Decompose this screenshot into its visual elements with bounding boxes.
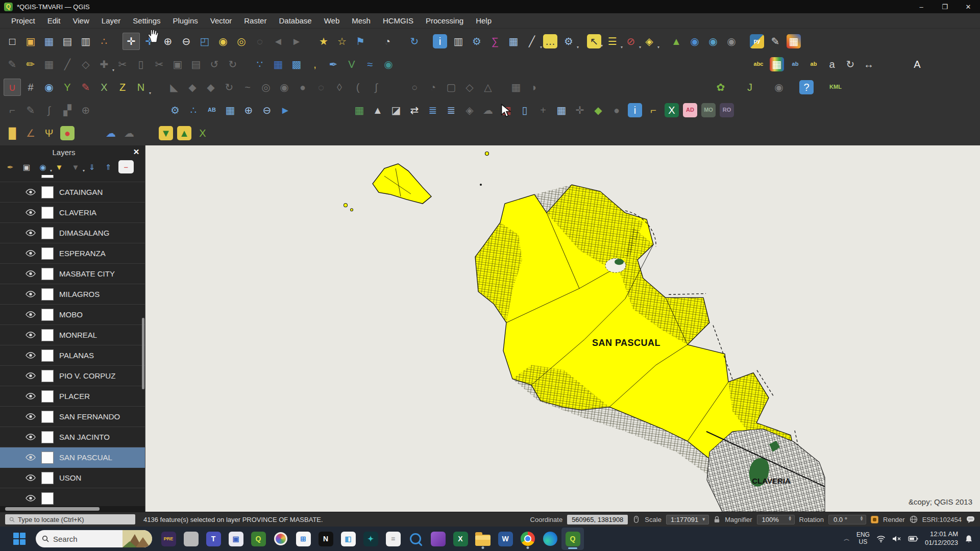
cad-tools-icon[interactable]: ◣ <box>165 79 183 96</box>
spinner-arrows-icon[interactable]: ▲▼ <box>788 516 792 521</box>
layer-visibility-eye-icon[interactable] <box>26 270 36 277</box>
annotation-bubble-icon[interactable]: ◗ <box>526 79 543 96</box>
redo-icon[interactable]: ↻ <box>224 56 241 73</box>
label-ab-blue-icon[interactable]: ab <box>787 56 804 73</box>
add-spatialite-layer-icon[interactable]: ✒ <box>325 56 342 73</box>
info-tool-icon[interactable]: i <box>628 103 642 117</box>
identify-features-icon[interactable]: i <box>433 34 447 48</box>
map-canvas[interactable]: SAN PASCUAL CLAVERIA &copy; QGIS 2013 <box>145 145 980 512</box>
layer-checkbox[interactable] <box>41 268 54 280</box>
taskbar-chrome-icon[interactable] <box>517 528 539 550</box>
new-table-icon[interactable]: ▦ <box>351 102 368 119</box>
layer-visibility-eye-icon[interactable] <box>26 189 36 195</box>
label-pin-icon[interactable]: a <box>823 56 841 73</box>
log-messages-icon[interactable]: ✎ <box>767 33 784 50</box>
filter-expression-icon[interactable]: ▼▾ <box>68 160 83 173</box>
label-toolbar-abc-icon[interactable]: abc <box>750 56 767 73</box>
layer-item-pio-v-corpuz[interactable]: PIO V. CORPUZ <box>0 366 145 386</box>
gps-tools-icon[interactable]: Ψ <box>40 124 58 142</box>
deselect-all-icon[interactable]: ⊘▾ <box>622 33 640 50</box>
menu-database[interactable]: Database <box>273 14 317 27</box>
layer-item-cataingan[interactable]: CATAINGAN <box>0 182 145 203</box>
zoom-in-icon[interactable]: ⊕ <box>159 33 177 50</box>
tray-chevron-up-icon[interactable]: ︿ <box>844 535 850 543</box>
topology-checker-icon[interactable]: Y <box>59 79 76 96</box>
layer-visibility-eye-icon[interactable] <box>26 474 36 481</box>
label-rainbow-icon[interactable]: ▦ <box>770 57 784 71</box>
qpackage-import-icon[interactable]: ▼ <box>159 126 173 140</box>
osm-place-search-icon[interactable]: ◉ <box>723 33 740 50</box>
simplify-feature-icon[interactable]: ~ <box>239 79 256 96</box>
mouse-position-icon[interactable] <box>632 516 640 523</box>
add-wms-layer-icon[interactable]: ◉ <box>686 33 703 50</box>
gray-blob-icon[interactable]: ● <box>608 102 625 119</box>
snapping-magnet-icon[interactable]: ∪ <box>4 79 21 96</box>
gml-loader-icon[interactable]: ✿ <box>712 79 729 96</box>
collapse-all-icon[interactable]: ⇑ <box>101 160 116 173</box>
zoom-to-selection-icon[interactable]: ◉ <box>214 33 232 50</box>
layer-item-masbate-city[interactable]: MASBATE CITY <box>0 264 145 284</box>
ad-plugin-icon[interactable]: AD <box>683 103 697 117</box>
menu-edit[interactable]: Edit <box>41 14 67 27</box>
new-print-layout-icon[interactable]: ▤ <box>59 33 76 50</box>
manage-themes-icon[interactable]: ◉▾ <box>35 160 51 173</box>
zoom-out-icon[interactable]: ⊖ <box>178 33 195 50</box>
open-attribute-table-icon[interactable]: ▦ <box>505 33 522 50</box>
vertex-marker-icon[interactable]: # <box>22 79 39 96</box>
taskbar-notion-icon[interactable]: N <box>314 528 337 550</box>
layer-checkbox[interactable] <box>41 370 54 382</box>
layer-checkbox[interactable] <box>41 492 54 505</box>
delete-part-icon[interactable]: ◊ <box>331 79 348 96</box>
pan-to-selection-icon[interactable]: ✛ <box>141 33 158 50</box>
menu-plugins[interactable]: Plugins <box>167 14 204 27</box>
taskbar-edge-icon[interactable] <box>539 528 561 550</box>
window-grid-icon[interactable]: ▦ <box>553 102 570 119</box>
speaker-muted-icon[interactable] <box>892 535 901 542</box>
green-polygon-icon[interactable]: ◆ <box>590 102 607 119</box>
layer-visibility-eye-icon[interactable] <box>26 332 36 338</box>
zoom-minus-q-icon[interactable]: ⊖ <box>258 102 276 119</box>
save-project-icon[interactable]: ▦ <box>40 33 58 50</box>
db-magnifier-icon[interactable]: ≣ <box>443 102 460 119</box>
offset-curve-icon[interactable]: ( <box>349 79 366 96</box>
shape-ellipse-icon[interactable]: ◔ <box>424 79 442 96</box>
layer-checkbox[interactable] <box>41 207 54 219</box>
layer-visibility-eye-icon[interactable] <box>26 454 36 461</box>
map-tips-icon[interactable]: … <box>543 34 557 48</box>
layer-list-vertical-scrollbar[interactable] <box>142 175 144 506</box>
zoom-to-layer-icon[interactable]: ◎ <box>233 33 250 50</box>
layer-visibility-eye-icon[interactable] <box>26 434 36 440</box>
plugin-tools-x-icon[interactable]: X <box>194 124 211 142</box>
layer-visibility-eye-icon[interactable] <box>26 291 36 297</box>
modify-attributes-icon[interactable]: ✂ <box>114 56 131 73</box>
taskbar-overlay-app-icon[interactable] <box>180 528 202 550</box>
excel-export-icon[interactable]: X <box>665 103 679 117</box>
start-button[interactable] <box>8 528 31 550</box>
taskbar-onenote-book-icon[interactable] <box>427 528 449 550</box>
rotate-feature-icon[interactable]: ↻ <box>220 79 238 96</box>
add-postgis-layer-icon[interactable]: V <box>343 56 360 73</box>
taskbar-photos-icon[interactable]: ◧ <box>337 528 359 550</box>
menu-hcmgis[interactable]: HCMGIS <box>377 14 420 27</box>
save-layer-edits-icon[interactable]: ▦ <box>40 56 58 73</box>
layer-item-san-pascual[interactable]: SAN PASCUAL <box>0 447 145 468</box>
calculator-icon[interactable]: ▦ <box>507 79 525 96</box>
taskbar-file-explorer-icon[interactable] <box>472 528 494 550</box>
menu-web[interactable]: Web <box>318 14 346 27</box>
search-layers-icon[interactable]: ◉ <box>770 79 788 96</box>
advanced-digitize-icon[interactable]: N▾ <box>132 79 150 96</box>
toggle-editing-icon[interactable]: ✏ <box>22 56 39 73</box>
delete-ring-icon[interactable]: ◌ <box>312 79 330 96</box>
new-bookmark-icon[interactable]: ★ <box>315 33 332 50</box>
select-by-value-icon[interactable]: ☰▾ <box>604 33 621 50</box>
processing-options-icon[interactable]: ⚙ <box>468 33 485 50</box>
style-manager-icon[interactable]: ∴ <box>95 33 113 50</box>
layer-item-monreal[interactable]: MONREAL <box>0 325 145 345</box>
reshape-features-icon[interactable]: ∫ <box>368 79 385 96</box>
customize-wrench-icon[interactable]: ⌐ <box>645 102 662 119</box>
cloud-disabled-b-icon[interactable]: ☁ <box>120 124 138 142</box>
layer-checkbox[interactable] <box>41 411 54 423</box>
kml-tools-icon[interactable]: KML <box>827 79 844 96</box>
crs-value[interactable]: ESRI:102454 <box>922 516 962 523</box>
layer-checkbox[interactable] <box>41 288 54 300</box>
